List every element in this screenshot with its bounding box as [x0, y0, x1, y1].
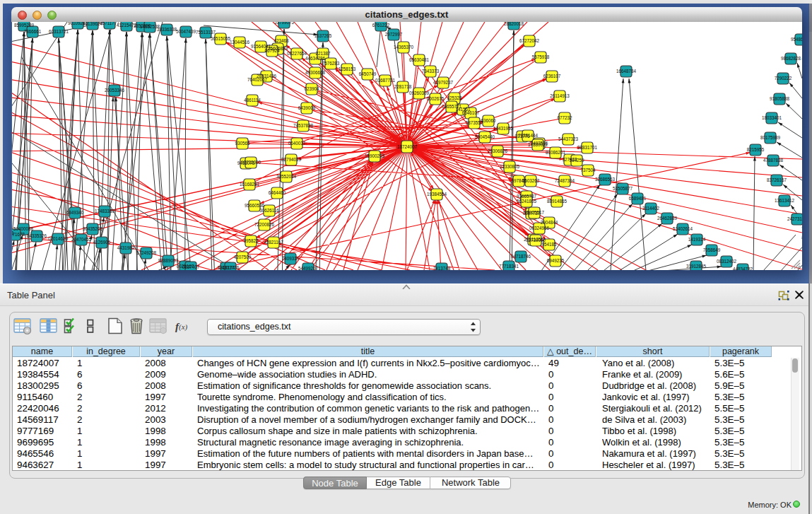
svg-text:67272042: 67272042 [519, 38, 540, 43]
svg-text:7866661: 7866661 [24, 29, 42, 34]
svg-text:995822: 995822 [243, 238, 259, 243]
svg-text:32686563: 32686563 [595, 177, 616, 182]
svg-text:067924: 067924 [264, 48, 280, 53]
svg-text:00324966: 00324966 [529, 226, 550, 230]
svg-text:221387: 221387 [315, 51, 331, 56]
svg-text:08312402: 08312402 [717, 259, 737, 264]
svg-text:22470455: 22470455 [71, 237, 92, 242]
svg-text:02014620: 02014620 [48, 236, 69, 241]
svg-text:17880021: 17880021 [528, 142, 548, 147]
svg-text:125328: 125328 [447, 95, 462, 100]
svg-text:4861114: 4861114 [244, 98, 261, 103]
svg-text:16648784: 16648784 [616, 69, 637, 74]
svg-text:12330805: 12330805 [500, 164, 520, 169]
svg-text:50047439: 50047439 [176, 29, 196, 34]
svg-text:72487394: 72487394 [555, 178, 575, 183]
svg-text:77718341: 77718341 [499, 264, 519, 269]
svg-text:3114402: 3114402 [642, 206, 660, 211]
svg-text:30552034: 30552034 [276, 174, 297, 179]
svg-text:6002675: 6002675 [427, 96, 445, 101]
svg-text:84335326: 84335326 [27, 233, 47, 238]
svg-text:7058649: 7058649 [703, 247, 721, 252]
svg-text:5575918: 5575918 [532, 54, 550, 59]
svg-text:930565: 930565 [235, 141, 250, 146]
svg-text:6761222: 6761222 [372, 23, 390, 28]
svg-text:50400088: 50400088 [13, 226, 34, 231]
svg-text:636060: 636060 [481, 118, 496, 123]
svg-text:54437323: 54437323 [558, 136, 579, 141]
svg-text:6439008: 6439008 [298, 105, 316, 110]
svg-text:31912845: 31912845 [686, 264, 707, 269]
svg-text:20053346: 20053346 [105, 88, 125, 93]
svg-text:7290222: 7290222 [775, 76, 792, 81]
svg-text:44634786: 44634786 [305, 56, 326, 61]
svg-text:08227654: 08227654 [287, 51, 307, 56]
svg-text:15900293: 15900293 [365, 153, 385, 158]
svg-text:7413748: 7413748 [433, 266, 451, 270]
svg-text:98732000: 98732000 [241, 160, 261, 165]
svg-text:13613412: 13613412 [775, 198, 795, 203]
svg-text:24273167: 24273167 [787, 216, 802, 221]
svg-text:6589481: 6589481 [629, 196, 647, 201]
svg-text:4333776: 4333776 [222, 265, 240, 270]
svg-text:39336338: 39336338 [157, 27, 177, 32]
svg-text:1419314: 1419314 [688, 237, 706, 242]
svg-text:91805888: 91805888 [770, 96, 790, 101]
svg-text:18724007: 18724007 [397, 144, 418, 149]
svg-text:93665787: 93665787 [517, 194, 537, 199]
svg-text:7409319: 7409319 [282, 256, 300, 261]
svg-text:10431955: 10431955 [493, 126, 514, 131]
svg-text:2904844: 2904844 [541, 220, 558, 225]
svg-text:57249208: 57249208 [136, 250, 157, 255]
svg-text:49306668: 49306668 [305, 70, 326, 75]
svg-text:4207509: 4207509 [234, 255, 252, 259]
svg-text:44834782: 44834782 [733, 267, 753, 270]
svg-text:74537838: 74537838 [293, 123, 314, 128]
svg-text:18033401: 18033401 [762, 115, 782, 120]
svg-text:30435205: 30435205 [83, 226, 103, 231]
svg-text:26114913: 26114913 [550, 93, 570, 98]
svg-text:737504: 737504 [580, 168, 596, 173]
svg-text:8215955: 8215955 [747, 147, 765, 152]
svg-text:7343373: 7343373 [422, 69, 440, 74]
svg-text:26462889: 26462889 [657, 216, 678, 221]
svg-text:04718746: 04718746 [511, 254, 531, 259]
svg-text:60313721: 60313721 [49, 29, 69, 34]
svg-text:4126906: 4126906 [93, 240, 111, 245]
svg-text:54499207: 54499207 [298, 266, 319, 270]
svg-text:42821167: 42821167 [264, 240, 283, 245]
svg-text:7576283: 7576283 [322, 61, 340, 66]
svg-text:09260309: 09260309 [409, 90, 430, 95]
svg-text:6546107: 6546107 [462, 110, 480, 115]
svg-text:594259: 594259 [569, 158, 584, 163]
svg-text:(x): (x) [179, 322, 188, 332]
svg-text:6236107: 6236107 [543, 74, 561, 78]
svg-text:4431982: 4431982 [117, 245, 135, 250]
svg-text:59045440: 59045440 [475, 134, 495, 139]
svg-text:13044516: 13044516 [230, 40, 250, 45]
svg-text:17483380: 17483380 [95, 209, 115, 214]
svg-text:6949235: 6949235 [547, 258, 565, 263]
svg-text:82889093: 82889093 [158, 258, 179, 263]
svg-text:41979237: 41979237 [433, 80, 454, 85]
svg-text:56515055: 56515055 [211, 36, 231, 41]
svg-text:65925517: 65925517 [524, 210, 545, 215]
svg-text:79381444: 79381444 [518, 133, 539, 138]
svg-text:6450749: 6450749 [359, 71, 377, 76]
svg-text:38831701: 38831701 [577, 145, 598, 150]
svg-text:82794019: 82794019 [281, 157, 302, 162]
svg-text:423468: 423468 [273, 38, 289, 43]
svg-text:6464460: 6464460 [269, 190, 286, 195]
svg-text:2281718: 2281718 [394, 84, 412, 89]
svg-text:2972997: 2972997 [385, 32, 403, 37]
svg-text:88914865: 88914865 [547, 199, 567, 204]
svg-text:47887838: 47887838 [763, 158, 784, 163]
svg-text:5503262: 5503262 [522, 178, 540, 183]
svg-text:51505877: 51505877 [613, 186, 633, 191]
svg-text:65630481: 65630481 [409, 57, 430, 62]
svg-text:53799075: 53799075 [274, 22, 295, 25]
svg-text:023904: 023904 [304, 86, 319, 91]
svg-text:95660536: 95660536 [245, 203, 265, 208]
svg-text:56241805: 56241805 [517, 199, 537, 204]
svg-text:98682828: 98682828 [781, 56, 801, 61]
